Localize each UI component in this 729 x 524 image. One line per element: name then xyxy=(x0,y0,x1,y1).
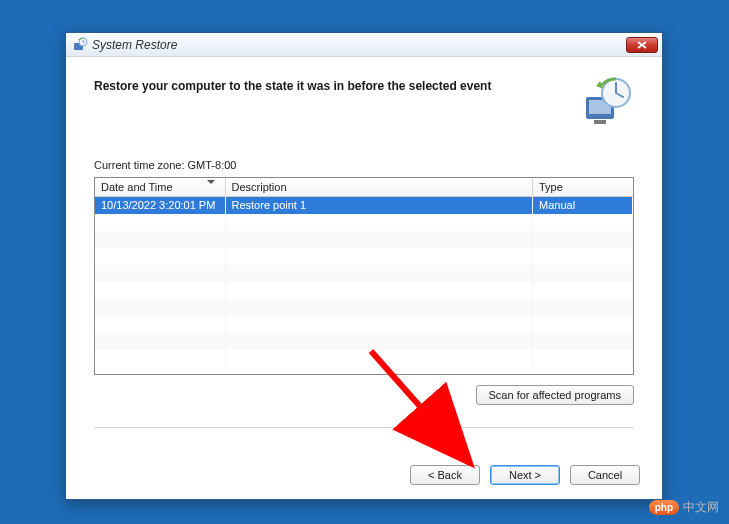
wizard-buttons: < Back Next > Cancel xyxy=(410,465,640,485)
table-row-empty xyxy=(95,350,633,367)
table-row-empty xyxy=(95,282,633,299)
back-button[interactable]: < Back xyxy=(410,465,480,485)
table-row-empty xyxy=(95,214,633,231)
table-row[interactable]: 10/13/2022 3:20:01 PM Restore point 1 Ma… xyxy=(95,197,633,214)
column-header-type[interactable]: Type xyxy=(533,178,633,197)
table-row-empty xyxy=(95,248,633,265)
scan-affected-programs-button[interactable]: Scan for affected programs xyxy=(476,385,634,405)
column-label: Date and Time xyxy=(101,181,173,193)
page-heading: Restore your computer to the state it wa… xyxy=(94,75,568,93)
system-restore-icon xyxy=(72,37,88,53)
column-header-description[interactable]: Description xyxy=(225,178,533,197)
watermark-badge: php xyxy=(649,500,679,515)
table-row-empty xyxy=(95,333,633,350)
cancel-button[interactable]: Cancel xyxy=(570,465,640,485)
watermark: php 中文网 xyxy=(649,499,719,516)
restore-points-table[interactable]: Date and Time Description Type 10/13/202… xyxy=(94,177,634,375)
dialog-content: Restore your computer to the state it wa… xyxy=(66,57,662,499)
next-button[interactable]: Next > xyxy=(490,465,560,485)
table-row-empty xyxy=(95,231,633,248)
watermark-text: 中文网 xyxy=(683,499,719,516)
svg-rect-5 xyxy=(594,120,606,124)
table-row-empty xyxy=(95,299,633,316)
cell-type: Manual xyxy=(533,197,633,214)
sort-descending-icon xyxy=(207,180,215,184)
column-header-datetime[interactable]: Date and Time xyxy=(95,178,225,197)
system-restore-dialog: System Restore Restore your computer to … xyxy=(65,32,663,500)
cell-description: Restore point 1 xyxy=(225,197,533,214)
window-title: System Restore xyxy=(92,38,626,52)
divider xyxy=(94,427,634,428)
table-row-empty xyxy=(95,265,633,282)
table-row-empty xyxy=(95,316,633,333)
close-button[interactable] xyxy=(626,37,658,53)
timezone-label: Current time zone: GMT-8:00 xyxy=(94,159,634,171)
titlebar: System Restore xyxy=(66,33,662,57)
restore-large-icon xyxy=(580,75,634,129)
cell-datetime: 10/13/2022 3:20:01 PM xyxy=(95,197,225,214)
